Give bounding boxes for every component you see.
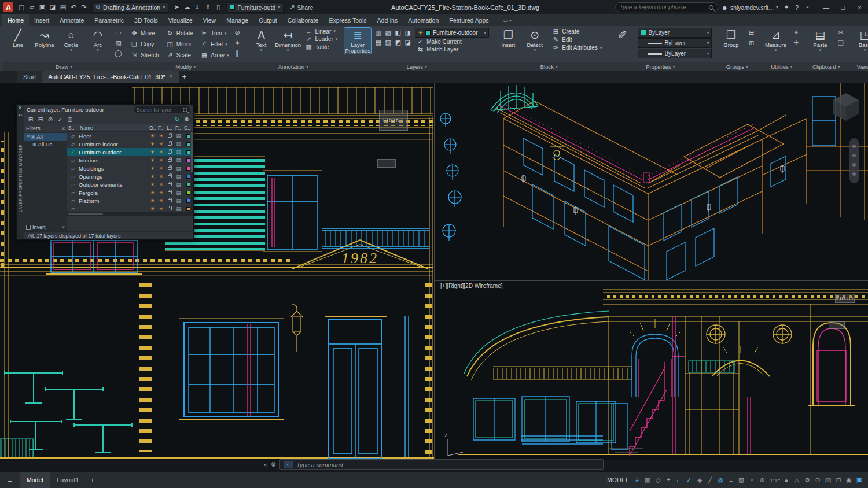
ribbon-tab[interactable]: Express Tools bbox=[323, 14, 372, 26]
panel-label-clipboard[interactable]: Clipboard▾ bbox=[804, 62, 848, 71]
add-layout-button[interactable]: + bbox=[86, 476, 100, 485]
erase-tool-icon[interactable]: ⊘ bbox=[233, 28, 242, 38]
help-icon[interactable]: ? bbox=[792, 2, 801, 13]
layer-unisolate-icon[interactable]: ▨ bbox=[383, 38, 393, 47]
autoscale-icon[interactable]: △ ▾ bbox=[792, 474, 802, 486]
lineweight-select[interactable]: ByLayer ▾ bbox=[638, 49, 712, 58]
delete-layer-icon[interactable]: ⊘ bbox=[46, 116, 54, 123]
save-icon[interactable]: ▣ bbox=[38, 2, 47, 13]
quick-layer-select[interactable]: Furniture-outd ▾ bbox=[226, 2, 284, 13]
command-input[interactable]: ›_ Type a command bbox=[279, 459, 604, 470]
invert-checkbox[interactable] bbox=[26, 225, 31, 230]
user-account-button[interactable]: ☻ shiyamdev.srit... ▾ bbox=[722, 4, 778, 11]
column-header[interactable]: P.. bbox=[174, 125, 183, 131]
layer-row[interactable]: ▱ ☀ ☀ ▤ bbox=[67, 205, 193, 212]
layer-unlock-icon[interactable] bbox=[165, 208, 174, 210]
panel-label-block[interactable]: Block▾ bbox=[492, 62, 606, 71]
layer-plot-icon[interactable]: ▤ bbox=[174, 157, 183, 163]
ungroup-icon[interactable]: ⊟ bbox=[746, 28, 756, 38]
ribbon-tab[interactable]: Manage bbox=[221, 14, 253, 26]
layer-unlock-icon[interactable] bbox=[165, 135, 174, 138]
ribbon-tab[interactable]: 3D Tools bbox=[129, 14, 163, 26]
layer-row[interactable]: ▱ Interiors ☀ ☀ ▤ bbox=[67, 156, 193, 164]
layer-freeze-icon[interactable]: ☀ bbox=[157, 182, 165, 187]
layer-unlock-icon[interactable] bbox=[165, 175, 174, 178]
column-header[interactable]: C.. bbox=[183, 125, 193, 131]
ribbon-tab[interactable]: Collaborate bbox=[282, 14, 324, 26]
app-logo[interactable]: A bbox=[3, 2, 13, 12]
save-as-icon[interactable]: ◪ bbox=[48, 2, 57, 13]
viewport-3d-isometric[interactable] bbox=[434, 83, 868, 280]
hatch-tool-icon[interactable]: ▨ bbox=[113, 38, 123, 48]
layer-on-icon[interactable]: ☀ bbox=[148, 206, 157, 212]
undo-icon[interactable]: ↶ bbox=[69, 2, 78, 13]
table-tool[interactable]: ▦ Table ▾ bbox=[304, 43, 339, 51]
text-tool[interactable]: A Text ▾ bbox=[248, 28, 275, 52]
layer-row[interactable]: ▱ Outdoor elements ☀ ☀ ▤ bbox=[67, 180, 193, 188]
grid-icon[interactable]: # ▾ bbox=[632, 474, 642, 486]
layer-on-icon[interactable]: ☀ bbox=[148, 133, 157, 139]
snap-icon[interactable]: ▦ ▾ bbox=[643, 474, 653, 486]
panel-label-view[interactable]: View▾ bbox=[848, 62, 868, 71]
panel-label-annotation[interactable]: Annotation▾ bbox=[245, 62, 342, 71]
filter-all[interactable]: ⊟ ▣ All bbox=[24, 133, 67, 141]
layer-plot-icon[interactable]: ▤ bbox=[174, 206, 183, 212]
ribbon-tab[interactable]: View bbox=[198, 14, 222, 26]
layer-plot-icon[interactable]: ▤ bbox=[174, 190, 183, 195]
rectangle-tool-icon[interactable]: ▭ bbox=[113, 28, 123, 38]
customize-icon[interactable]: ⚙ bbox=[270, 461, 276, 468]
layer-off-icon[interactable]: ▥ bbox=[373, 28, 383, 38]
circle-tool[interactable]: ○ Circle ▾ bbox=[58, 28, 84, 52]
polar-tracking-icon[interactable]: ∠ ▾ bbox=[685, 474, 694, 486]
column-header[interactable]: Name bbox=[79, 125, 148, 131]
maximize-button[interactable]: □ bbox=[834, 0, 851, 14]
annotation-scale-control[interactable]: 1:1 ▾ bbox=[768, 474, 781, 486]
layer-on-icon[interactable]: ☀ bbox=[148, 157, 157, 163]
layer-plot-icon[interactable]: ▤ bbox=[174, 165, 183, 171]
group-edit-icon[interactable]: ⊞ bbox=[746, 38, 756, 48]
trim-tool[interactable]: ✂ Trim ▾ bbox=[199, 28, 230, 39]
array-tool[interactable]: ▦ Array ▾ bbox=[199, 50, 230, 61]
clean-screen-icon[interactable]: ▣ ▾ bbox=[855, 474, 865, 486]
base-view-button[interactable]: ◳ Base ▾ bbox=[851, 28, 868, 52]
new-file-icon[interactable]: ▢ bbox=[17, 2, 26, 13]
layer-unlock-icon[interactable] bbox=[165, 199, 174, 202]
layer-on-icon[interactable]: ☀ bbox=[148, 165, 157, 171]
model-space-indicator[interactable]: MODEL bbox=[607, 477, 629, 483]
ribbon-tab[interactable]: Parametric bbox=[89, 14, 129, 26]
column-header[interactable]: S.. bbox=[67, 125, 79, 131]
panel-label-layers[interactable]: Layers▾ bbox=[341, 62, 492, 71]
layer-on-icon[interactable]: ☀ bbox=[148, 149, 157, 155]
layer-freeze-icon[interactable]: ☀ bbox=[157, 206, 165, 212]
dynamic-ucs-icon[interactable]: ⊕ ▾ bbox=[757, 474, 767, 486]
layer-select[interactable]: ☀ Furniture-outdoor ▾ bbox=[415, 28, 489, 38]
panel-label-modify[interactable]: Modify▾ bbox=[126, 62, 245, 71]
apps-icon[interactable]: ◔ bbox=[803, 2, 812, 13]
layer-states-icon[interactable]: ◫ bbox=[66, 116, 74, 123]
selection-cycling-icon[interactable]: ⌖ ▾ bbox=[747, 474, 757, 486]
workspace-gear-icon[interactable]: ⚙ ▾ bbox=[803, 474, 812, 486]
dynamic-input-icon[interactable]: ± ▾ bbox=[664, 474, 674, 486]
tab-model[interactable]: Model bbox=[20, 472, 50, 488]
id-point-icon[interactable]: ⌖ bbox=[791, 28, 801, 38]
layer-freeze-icon[interactable]: ☀ bbox=[157, 198, 165, 204]
layer-thaw-icon[interactable]: ◩ bbox=[393, 38, 403, 47]
layer-lock-icon[interactable]: ◨ bbox=[403, 28, 413, 38]
layer-plot-icon[interactable]: ▤ bbox=[174, 182, 183, 187]
mobile-icon[interactable]: ▯ bbox=[214, 2, 223, 13]
isodraft-icon[interactable]: ◈ ▾ bbox=[695, 474, 705, 486]
layer-plot-icon[interactable]: ▤ bbox=[174, 173, 183, 179]
layer-plot-icon[interactable]: ▤ bbox=[174, 198, 183, 204]
collapse-icon[interactable]: « bbox=[62, 224, 65, 230]
isolate-objects-icon[interactable]: ◉ ▾ bbox=[844, 474, 854, 486]
line-tool[interactable]: ╱ Line ▾ bbox=[5, 28, 31, 52]
layer-plot-icon[interactable]: ▤ bbox=[174, 133, 183, 139]
layer-unlock-icon[interactable]: ◪ bbox=[403, 38, 413, 47]
close-icon[interactable]: × bbox=[263, 461, 267, 468]
layer-unlock-icon[interactable] bbox=[165, 159, 174, 162]
open-from-web-icon[interactable]: ⇓ bbox=[193, 2, 202, 13]
layer-search-box[interactable] bbox=[133, 106, 191, 113]
match-properties-button[interactable]: ✐ bbox=[609, 28, 635, 42]
layer-properties-button[interactable]: ≣ Layer Properties bbox=[344, 28, 371, 54]
ribbon-tab[interactable]: Automation bbox=[403, 14, 444, 26]
